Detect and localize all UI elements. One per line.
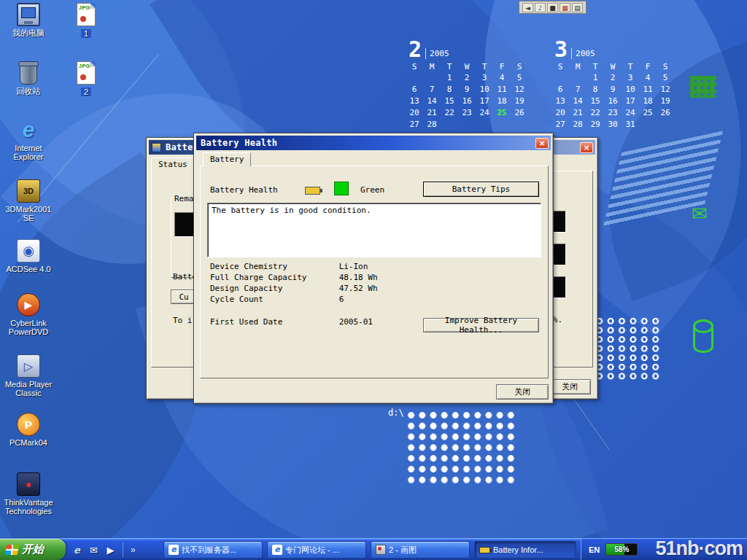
close-dialog-button[interactable]: 关闭 [496,384,549,400]
day-cell: 4 [493,73,511,82]
day-cell: 2 [458,73,476,82]
calendar-month-number: 3 [554,39,568,59]
desktop-icon-internet-explorer[interactable]: e Internet Explorer [0,118,57,161]
icon-label: ThinkVantage Technologies [0,498,57,516]
desktop-icon-pcmark04[interactable]: P PCMark04 [0,413,57,447]
battery-percent: 58% [606,544,637,555]
tab-battery[interactable]: Battery [203,152,251,166]
icon-label: ACDSee 4.0 [0,265,57,273]
day-cell: 11 [493,85,511,94]
floating-toolbar[interactable]: ◄♪■▦▤ [519,1,587,14]
day-cell: 12 [511,85,528,94]
day-cell: 29 [587,120,604,129]
day-cell: 26 [511,108,528,117]
first-used-row: First Used Date 2005-01 [210,317,373,327]
dialog-titlebar[interactable]: Battery Health × [196,136,551,150]
day-cell [441,120,458,129]
desktop-file-1[interactable]: JPG 1 [71,3,101,39]
field-row: Cycle Count 6 [210,295,378,306]
wallpaper-grid-icon [690,76,716,98]
field-label: Design Capacity [210,284,334,293]
quick-launch-icon[interactable]: ✉ [87,543,101,557]
day-cell: 28 [423,120,441,129]
day-cell: 25 [639,108,657,117]
close-window-button[interactable]: 关闭 [549,379,591,394]
day-cell: 10 [476,85,493,94]
desktop-icon-recycle-bin[interactable]: 回收站 [0,61,57,96]
day-header: F [493,62,511,71]
desktop-icon-acdsee[interactable]: ◉ ACDSee 4.0 [0,239,57,273]
day-cell: 1 [441,73,458,82]
day-header: S [657,62,674,71]
calendar-day-headers: SMTWTFS [551,62,677,71]
battery-tray-indicator[interactable]: 58% [605,543,638,556]
day-cell: 6 [551,85,569,94]
desktop-icon-media-player-classic[interactable]: ▷ Media Player Classic [0,354,57,397]
quick-launch-bar: e✉▶ » [70,542,138,558]
day-cell: 9 [458,85,476,94]
floating-toolbar-icon[interactable]: ▤ [572,3,583,12]
day-cell: 12 [657,85,674,94]
tab-status[interactable]: Status [151,158,195,171]
condition-textbox[interactable]: The battery is in good condition. [207,203,541,257]
file-label: 2 [81,88,91,96]
desktop-icon-thinkvantage[interactable]: ● ThinkVantage Technologies [0,472,57,516]
icon-glyph: 3D [23,187,34,195]
desktop-icon-3dmark2001[interactable]: 3D 3DMark2001 SE [0,179,57,222]
floating-toolbar-icon[interactable]: ▦ [560,3,570,12]
day-cell: 25 [493,108,511,117]
health-status-green-square [334,182,349,195]
close-button[interactable]: × [580,142,593,153]
thinkvantage-icon: ● [17,472,40,496]
taskbar-task-paint[interactable]: 2 - 画图 [371,541,470,559]
chevron-overflow-icon[interactable]: » [128,545,138,555]
close-button[interactable]: × [535,138,549,149]
desktop-icon-my-computer[interactable]: 我的电脑 [0,3,57,37]
day-cell: 11 [639,85,657,94]
day-cell: 3 [476,73,493,82]
desktop-file-2[interactable]: JPG 2 [71,61,101,98]
taskbar-task-battery-information[interactable]: Battery Infor... [474,541,576,559]
day-cell: 19 [511,96,528,106]
day-cell: 7 [569,85,587,94]
icon-glyph: ▷ [24,359,33,373]
calendar-month-number: 2 [409,39,422,59]
field-label: Device Chemistry [210,262,334,271]
day-cell: 16 [458,96,476,106]
floating-toolbar-icon[interactable]: ◄ [522,3,533,12]
day-cell: 15 [587,96,604,106]
battery-cell-gauge [553,276,566,298]
start-button[interactable]: 开始 [0,539,66,560]
envelope-icon: ✉ [692,204,708,223]
taskbar-task-forum[interactable]: e 专门网论坛 - ... [267,541,366,559]
language-indicator[interactable]: EN [589,545,600,554]
day-header: M [569,62,587,71]
battery-tips-button[interactable]: Battery Tips [423,182,539,197]
day-header: S [406,62,423,71]
improve-battery-health-button[interactable]: Improve Battery Health... [423,318,539,332]
database-cylinder-icon [693,319,713,353]
powerdvd-icon: ▶ [17,293,40,316]
floating-toolbar-icon[interactable]: ■ [547,3,558,12]
internet-explorer-icon: e [17,118,40,141]
field-value: 6 [339,295,344,304]
floating-toolbar-icon[interactable]: ♪ [535,3,546,12]
day-cell: 3 [622,73,639,82]
icon-glyph: ◉ [23,243,34,259]
desktop-icon-powerdvd[interactable]: ▶ CyberLink PowerDVD [0,293,57,336]
taskbar-task-server-not-found[interactable]: e 找不到服务器... [163,541,263,559]
system-tray: EN 58% [581,539,747,560]
quick-launch-icon[interactable]: e [70,543,84,557]
day-cell: 5 [511,73,528,82]
task-label: 专门网论坛 - ... [285,545,339,556]
pcmark-icon: P [17,413,40,436]
field-label: First Used Date [210,317,334,327]
day-cell: 20 [406,108,423,117]
field-row: Full Charge Capacity 48.18 Wh [210,273,378,284]
day-cell: 16 [604,96,622,106]
start-label: 开始 [22,542,44,556]
quick-launch-icon[interactable]: ▶ [104,543,117,557]
battery-health-label: Battery Health [210,185,278,195]
day-cell: 30 [604,120,622,129]
calendar-day-grid: 1234567891011121314151617181920212223242… [551,73,677,129]
